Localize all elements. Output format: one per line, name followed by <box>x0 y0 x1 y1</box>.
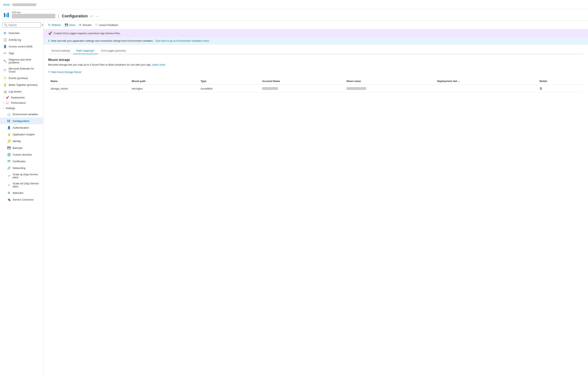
cell-share-name: ​ <box>344 85 435 92</box>
col-delete: Delete <box>537 78 583 85</box>
sidebar-item-events[interactable]: ⚡ Events (preview) <box>0 75 43 81</box>
refresh-sidebar-button[interactable]: ↻ <box>42 23 43 27</box>
refresh-button[interactable]: ↻ Refresh <box>48 22 61 27</box>
sidebar-item-scale-out[interactable]: ⤢ Scale out (App Service plan) <box>0 180 43 190</box>
search-icon: 🔍 <box>4 23 7 26</box>
banner-container: 🚀 Custom Error pages requires a premium … <box>43 29 588 44</box>
sidebar-item-label-defender: Microsoft Defender for Cloud <box>9 67 40 73</box>
resource-icon <box>3 12 10 18</box>
sidebar-item-webjobs[interactable]: ⚙ WebJobs <box>0 190 43 196</box>
sidebar-item-label-iam: Access control (IAM) <box>9 45 32 48</box>
toolbar: ↻ Refresh 💾 Save ✕ Discard ♡ Leave Feedb… <box>43 21 588 29</box>
sidebar-item-label-network: Networking <box>13 167 25 170</box>
cell-name: storage_mount <box>48 85 129 92</box>
sidebar-item-label-better-together: Better Together (preview) <box>9 83 38 86</box>
tags-icon: 🏷 <box>3 51 7 55</box>
cell-mount-path: /etc/nginx <box>129 85 198 92</box>
sidebar-item-networking[interactable]: 🔗 Networking <box>0 165 43 171</box>
auth-icon: 👤 <box>7 126 11 129</box>
cell-deployment-slot <box>435 85 537 92</box>
sidebar-item-configuration[interactable]: Configuration <box>0 118 43 124</box>
discard-icon: ✕ <box>79 23 81 26</box>
resource-header: Web App ​ | Configuration ☆ ··· <box>0 10 588 21</box>
sidebar-item-diagnose[interactable]: 🔧 Diagnose and solve problems <box>0 56 43 65</box>
sidebar-item-label-insights: Application Insights <box>13 133 35 136</box>
sidebar-item-log-stream[interactable]: 📊 Log stream <box>0 88 43 95</box>
identity-icon: 🔑 <box>7 139 11 143</box>
sidebar-item-label-settings: Settings <box>6 107 15 110</box>
sidebar-item-label-activity-log: Activity log <box>9 38 21 41</box>
sidebar-item-label-deployment: Deployment <box>11 96 24 99</box>
tab-error-pages[interactable]: Error pages (preview) <box>98 48 129 54</box>
col-mount-path: Mount path <box>129 78 198 85</box>
sidebar-item-label-config: Configuration <box>13 119 30 122</box>
feedback-icon: ♡ <box>95 23 98 26</box>
sidebar-item-access-control[interactable]: 👤 Access control (IAM) <box>0 43 43 50</box>
banner-premium: 🚀 Custom Error pages requires a premium … <box>43 29 588 37</box>
sidebar-item-defender[interactable]: 🛡 Microsoft Defender for Cloud <box>0 65 43 75</box>
mount-storage-title: Mount storage <box>48 58 583 62</box>
tabs-bar: General settings Path mappings* Error pa… <box>48 48 583 54</box>
sidebar-item-overview[interactable]: ⊞ Overview <box>0 30 43 36</box>
tab-path-mappings[interactable]: Path mappings* <box>73 48 98 54</box>
sidebar-item-certificates[interactable]: 🪪 Certificates <box>0 158 43 165</box>
search-input[interactable] <box>9 23 42 26</box>
sidebar-item-backups[interactable]: 💾 Backups <box>0 144 43 151</box>
env-variables-link[interactable]: Click here to go to Environment Variable… <box>155 39 209 42</box>
sidebar-search-box[interactable]: 🔍 <box>2 22 41 27</box>
storage-mounts-table: Name Mount path Type Account Name Share … <box>48 78 583 92</box>
banner-premium-text: Custom Error pages requires a premium Ap… <box>54 32 120 35</box>
breadcrumb-home[interactable]: Home <box>3 3 10 6</box>
deployment-chevron: › <box>3 97 4 99</box>
sidebar-item-label-identity: Identity <box>13 140 21 143</box>
sidebar-item-authentication[interactable]: 👤 Authentication <box>0 124 43 131</box>
sidebar-item-scale-up[interactable]: ↗ Scale up (App Service plan) <box>0 171 43 180</box>
performance-chevron: › <box>3 102 4 104</box>
sidebar-item-label-overview: Overview <box>9 32 19 35</box>
sidebar-item-app-insights[interactable]: 💡 Application Insights <box>0 131 43 138</box>
tab-general-settings[interactable]: General settings <box>48 48 73 54</box>
sidebar: 🔍 ↻ « ⊞ Overview 📋 Activity log 👤 Access… <box>0 21 43 376</box>
more-options-button[interactable]: ··· <box>95 14 99 19</box>
discard-button[interactable]: ✕ Discard <box>79 22 91 27</box>
resource-name-blurred: ​ <box>12 14 55 18</box>
col-share-name: Share name <box>344 78 435 85</box>
sidebar-item-label-events: Events (preview) <box>9 77 28 80</box>
sidebar-item-performance[interactable]: › 📈 Performance <box>0 100 43 106</box>
sidebar-item-env-variables[interactable]: { } Environment variables <box>0 111 43 118</box>
sidebar-item-tags[interactable]: 🏷 Tags <box>0 50 43 56</box>
cell-account-name: ​ <box>260 85 344 92</box>
mount-storage-desc: Mounted storage lets you map up to 5 Azu… <box>48 63 583 66</box>
sidebar-item-settings[interactable]: › Settings <box>0 106 43 111</box>
iam-icon: 👤 <box>3 45 7 48</box>
feedback-button[interactable]: ♡ Leave Feedback <box>95 22 118 27</box>
sidebar-item-label-certs: Certificates <box>13 160 25 163</box>
svg-rect-5 <box>9 119 10 122</box>
add-icon: + <box>48 70 50 74</box>
sidebar-item-service-connector[interactable]: 🔌 Service Connector <box>0 196 43 203</box>
save-button[interactable]: 💾 Save <box>65 22 75 27</box>
sidebar-item-custom-domains[interactable]: 🌐 Custom domains <box>0 151 43 158</box>
cell-type: AzureBlob <box>198 85 260 92</box>
sidebar-item-label-backups: Backups <box>13 146 22 149</box>
add-storage-mount-button[interactable]: + New Azure Storage Mount <box>48 69 81 75</box>
sidebar-item-label-connector: Service Connector <box>13 198 34 201</box>
learn-more-link[interactable]: Learn more <box>152 63 165 66</box>
performance-icon: 📈 <box>6 101 9 104</box>
deployment-icon: 🚀 <box>6 96 9 99</box>
banner-info: ℹ View and edit your application setting… <box>43 37 588 44</box>
diagnose-icon: 🔧 <box>3 59 7 63</box>
sidebar-item-better-together[interactable]: 💡 Better Together (preview) <box>0 81 43 88</box>
sidebar-item-label-domains: Custom domains <box>13 153 32 156</box>
sidebar-item-activity-log[interactable]: 📋 Activity log <box>0 36 43 43</box>
rocket-icon: 🚀 <box>48 32 52 35</box>
sidebar-item-identity[interactable]: 🔑 Identity <box>0 138 43 144</box>
col-deployment-slot: Deployment slot ... <box>435 78 537 85</box>
top-breadcrumb: Home › ​ <box>0 0 588 10</box>
page-title: Configuration <box>62 14 88 18</box>
sidebar-item-label-scaleout: Scale out (App Service plan) <box>13 182 40 188</box>
delete-row-button[interactable]: 🗑 <box>539 87 543 90</box>
favorite-button[interactable]: ☆ <box>89 13 94 19</box>
sidebar-item-deployment[interactable]: › 🚀 Deployment <box>0 95 43 100</box>
log-stream-icon: 📊 <box>3 90 7 93</box>
